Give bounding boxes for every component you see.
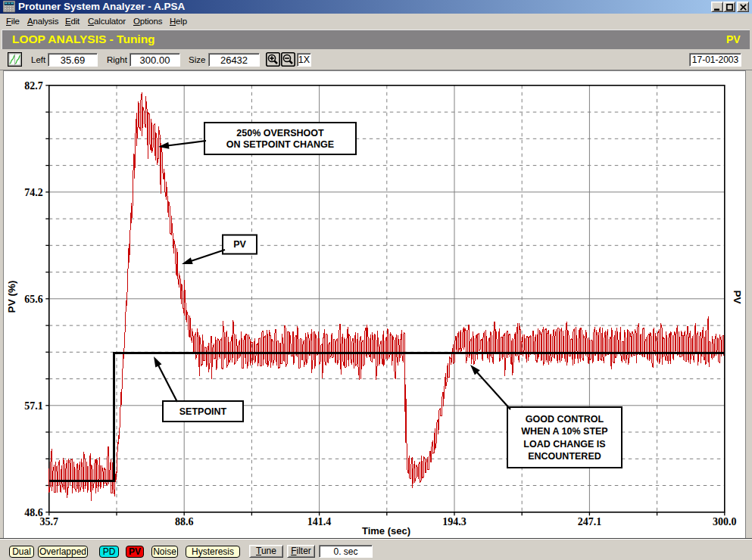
svg-text:Time (sec): Time (sec): [362, 525, 410, 537]
svg-text:250% OVERSHOOT: 250% OVERSHOOT: [236, 128, 324, 138]
svg-text:65.6: 65.6: [24, 294, 43, 305]
svg-text:WHEN A 10% STEP: WHEN A 10% STEP: [521, 426, 607, 437]
svg-text:PV: PV: [732, 290, 743, 303]
svg-text:300.0: 300.0: [713, 516, 737, 527]
svg-text:194.3: 194.3: [442, 516, 466, 527]
svg-text:88.6: 88.6: [175, 516, 194, 527]
svg-text:ON SETPOINT CHANGE: ON SETPOINT CHANGE: [226, 139, 334, 150]
svg-text:SETPOINT: SETPOINT: [179, 406, 227, 417]
svg-text:57.1: 57.1: [24, 400, 43, 412]
svg-text:74.2: 74.2: [24, 187, 43, 198]
svg-text:PV: PV: [233, 239, 246, 250]
svg-text:PV (%): PV (%): [6, 281, 17, 313]
svg-text:ENCOUNTERED: ENCOUNTERED: [528, 451, 601, 462]
svg-text:35.7: 35.7: [40, 516, 59, 527]
svg-text:247.1: 247.1: [578, 516, 602, 527]
svg-text:82.7: 82.7: [24, 80, 43, 92]
svg-text:GOOD CONTROL: GOOD CONTROL: [526, 414, 604, 425]
svg-text:141.4: 141.4: [307, 516, 332, 527]
svg-text:LOAD CHANGE IS: LOAD CHANGE IS: [523, 439, 605, 450]
